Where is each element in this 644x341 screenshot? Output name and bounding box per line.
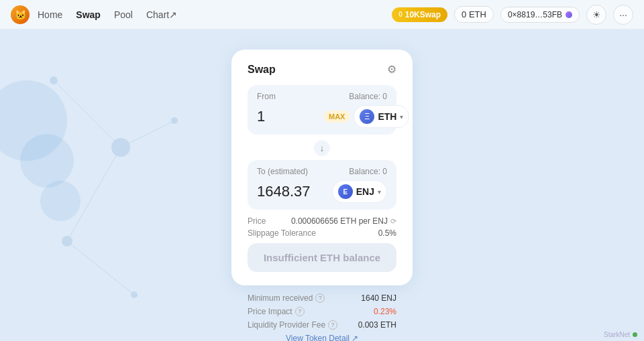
from-token-name: ETH (378, 111, 396, 122)
to-token-chevron: ▾ (378, 188, 381, 196)
min-received-row: Minimum received ? 1640 ENJ (248, 293, 396, 303)
view-token-detail-link[interactable]: View Token Detail ↗ (248, 334, 396, 341)
lp-fee-value: 0.003 ETH (358, 320, 396, 330)
to-balance: Balance: 0 (349, 167, 387, 176)
min-received-info-icon[interactable]: ? (315, 293, 325, 303)
min-received-label-group: Minimum received ? (248, 293, 325, 303)
to-amount-display: 1648.37 (257, 183, 324, 200)
price-row: Price 0.000606656 ETH per ENJ ⟳ (248, 216, 396, 226)
nav-chart[interactable]: Chart↗ (146, 9, 177, 20)
from-token-row: MAX Ξ ETH ▾ (257, 105, 387, 128)
to-label: To (estimated) (257, 167, 308, 176)
wallet-dot-icon (566, 11, 572, 18)
to-label-row: To (estimated) Balance: 0 (257, 167, 387, 176)
slippage-row: Slippage Tolerance 0.5% (248, 228, 396, 238)
eth-token-icon: Ξ (360, 109, 374, 124)
lp-fee-label-group: Liquidity Provider Fee ? (248, 320, 337, 330)
app-logo: 🐱 (11, 5, 30, 24)
main-content: Swap ⚙ From Balance: 0 MAX Ξ ETH ▾ (0, 29, 644, 341)
to-section: To (estimated) Balance: 0 1648.37 E ENJ … (248, 160, 396, 210)
view-detail-text: View Token Detail (286, 334, 350, 341)
details-section: Minimum received ? 1640 ENJ Price Impact… (231, 285, 413, 341)
from-balance: Balance: 0 (349, 92, 387, 101)
lp-fee-label: Liquidity Provider Fee (248, 320, 325, 330)
more-icon: ··· (619, 9, 627, 20)
settings-icon[interactable]: ⚙ (387, 63, 396, 76)
eth-balance-display: 0 ETH (454, 6, 494, 23)
to-token-selector[interactable]: E ENJ ▾ (332, 180, 387, 203)
swap-card: Swap ⚙ From Balance: 0 MAX Ξ ETH ▾ (231, 50, 413, 285)
nav-pool[interactable]: Pool (114, 9, 133, 20)
swap-card-wrapper: Swap ⚙ From Balance: 0 MAX Ξ ETH ▾ (231, 50, 413, 341)
max-button[interactable]: MAX (324, 111, 350, 123)
nav-links: Home Swap Pool Chart↗ (38, 9, 392, 20)
price-info-section: Price 0.000606656 ETH per ENJ ⟳ Slippage… (248, 216, 396, 238)
lp-fee-info-icon[interactable]: ? (328, 320, 337, 330)
badge-prefix: 0 (398, 11, 402, 18)
to-token-row: 1648.37 E ENJ ▾ (257, 180, 387, 203)
navbar: 🐱 Home Swap Pool Chart↗ 0 10KSwap 0 ETH … (0, 0, 644, 29)
from-section: From Balance: 0 MAX Ξ ETH ▾ (248, 85, 396, 135)
from-label: From (257, 92, 276, 101)
nav-right: 0 10KSwap 0 ETH 0×8819…53FB ☀ ··· (392, 5, 633, 25)
to-token-name: ENJ (356, 186, 374, 197)
from-token-chevron: ▾ (400, 113, 403, 121)
swap-arrow-container: ↓ (248, 139, 396, 157)
min-received-value: 1640 ENJ (361, 293, 396, 303)
badge-label: 10KSwap (405, 10, 441, 19)
arrow-down-icon: ↓ (320, 143, 325, 153)
slippage-value: 0.5% (378, 228, 396, 238)
slippage-label: Slippage Tolerance (248, 228, 316, 238)
price-impact-value: 0.23% (374, 307, 396, 316)
insufficient-eth-button[interactable]: Insufficient ETH balance (248, 243, 396, 272)
nav-swap[interactable]: Swap (76, 9, 101, 20)
price-label: Price (248, 216, 266, 226)
more-options-button[interactable]: ··· (613, 5, 633, 25)
price-value: 0.000606656 ETH per ENJ ⟳ (291, 216, 396, 226)
card-title: Swap (248, 64, 276, 76)
wallet-addr-text: 0×8819…53FB (508, 10, 562, 19)
price-impact-info-icon[interactable]: ? (295, 307, 305, 316)
swap-badge[interactable]: 0 10KSwap (392, 7, 447, 22)
enj-token-icon: E (338, 184, 353, 199)
theme-toggle-button[interactable]: ☀ (586, 5, 606, 25)
from-token-selector[interactable]: Ξ ETH ▾ (354, 105, 409, 128)
swap-direction-button[interactable]: ↓ (313, 139, 331, 157)
from-amount-input[interactable] (257, 108, 324, 125)
price-impact-label-group: Price Impact ? (248, 307, 305, 316)
lp-fee-row: Liquidity Provider Fee ? 0.003 ETH (248, 320, 396, 330)
refresh-icon[interactable]: ⟳ (390, 217, 396, 226)
sun-icon: ☀ (592, 9, 601, 20)
from-label-row: From Balance: 0 (257, 92, 387, 101)
price-impact-label: Price Impact (248, 307, 292, 316)
price-impact-row: Price Impact ? 0.23% (248, 307, 396, 316)
wallet-address[interactable]: 0×8819…53FB (500, 7, 580, 23)
card-header: Swap ⚙ (248, 63, 396, 76)
view-detail-arrow-icon: ↗ (352, 334, 358, 341)
nav-home[interactable]: Home (38, 9, 62, 20)
min-received-label: Minimum received (248, 293, 313, 303)
